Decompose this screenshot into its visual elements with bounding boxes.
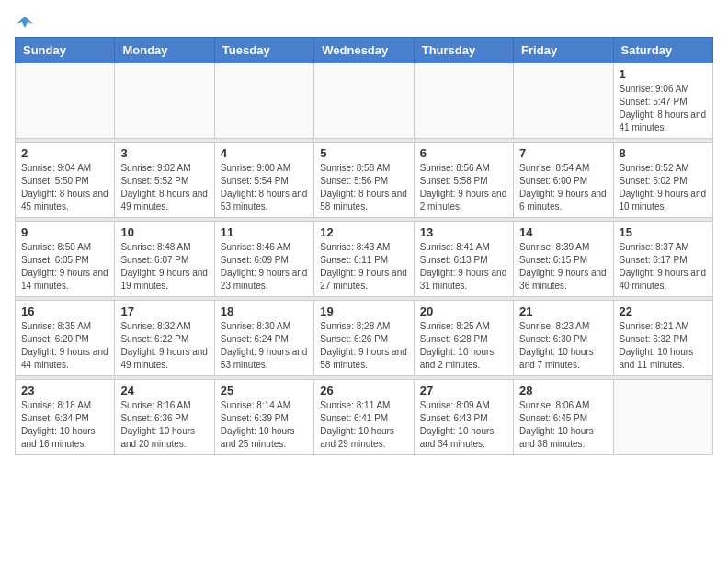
- calendar-day: 14Sunrise: 8:39 AM Sunset: 6:15 PM Dayli…: [514, 222, 613, 297]
- day-info: Sunrise: 8:50 AM Sunset: 6:05 PM Dayligh…: [21, 241, 108, 293]
- calendar-day: 17Sunrise: 8:32 AM Sunset: 6:22 PM Dayli…: [115, 301, 214, 376]
- calendar-table: SundayMondayTuesdayWednesdayThursdayFrid…: [15, 37, 713, 455]
- calendar-day: [314, 63, 414, 139]
- calendar-day: [613, 380, 712, 455]
- calendar-day: 25Sunrise: 8:14 AM Sunset: 6:39 PM Dayli…: [214, 380, 313, 455]
- calendar-day: 27Sunrise: 8:09 AM Sunset: 6:43 PM Dayli…: [414, 380, 513, 455]
- calendar-day: 4Sunrise: 9:00 AM Sunset: 5:54 PM Daylig…: [214, 143, 313, 218]
- day-number: 16: [21, 304, 108, 318]
- day-number: 21: [519, 304, 607, 318]
- calendar-day: 9Sunrise: 8:50 AM Sunset: 6:05 PM Daylig…: [16, 222, 115, 297]
- calendar-day: 1Sunrise: 9:06 AM Sunset: 5:47 PM Daylig…: [613, 63, 712, 139]
- day-info: Sunrise: 8:41 AM Sunset: 6:13 PM Dayligh…: [420, 241, 507, 293]
- calendar-day: 22Sunrise: 8:21 AM Sunset: 6:32 PM Dayli…: [613, 301, 712, 376]
- day-number: 22: [620, 304, 707, 318]
- day-number: 6: [420, 146, 507, 160]
- day-info: Sunrise: 9:02 AM Sunset: 5:52 PM Dayligh…: [120, 162, 208, 213]
- logo: [15, 15, 33, 28]
- day-info: Sunrise: 9:06 AM Sunset: 5:47 PM Dayligh…: [620, 83, 707, 134]
- day-info: Sunrise: 8:32 AM Sunset: 6:22 PM Dayligh…: [120, 320, 208, 372]
- calendar-day: 6Sunrise: 8:56 AM Sunset: 5:58 PM Daylig…: [414, 143, 513, 218]
- calendar-day: 21Sunrise: 8:23 AM Sunset: 6:30 PM Dayli…: [514, 301, 613, 376]
- day-number: 15: [620, 225, 707, 239]
- calendar-day: 26Sunrise: 8:11 AM Sunset: 6:41 PM Dayli…: [314, 380, 414, 455]
- day-number: 5: [320, 146, 407, 160]
- day-info: Sunrise: 8:25 AM Sunset: 6:28 PM Dayligh…: [420, 320, 507, 372]
- weekday-header-tuesday: Tuesday: [214, 38, 313, 63]
- day-info: Sunrise: 8:39 AM Sunset: 6:15 PM Dayligh…: [519, 241, 607, 293]
- weekday-header-wednesday: Wednesday: [314, 38, 414, 63]
- weekday-header-thursday: Thursday: [414, 38, 513, 63]
- day-number: 27: [420, 384, 507, 397]
- calendar-day: [414, 63, 513, 139]
- day-info: Sunrise: 8:35 AM Sunset: 6:20 PM Dayligh…: [21, 320, 108, 372]
- day-info: Sunrise: 8:52 AM Sunset: 6:02 PM Dayligh…: [620, 162, 707, 213]
- calendar-day: [115, 63, 214, 139]
- calendar-day: 7Sunrise: 8:54 AM Sunset: 6:00 PM Daylig…: [514, 143, 613, 218]
- day-info: Sunrise: 8:37 AM Sunset: 6:17 PM Dayligh…: [620, 241, 707, 293]
- day-number: 20: [420, 304, 507, 318]
- weekday-header-friday: Friday: [514, 38, 613, 63]
- calendar-day: 15Sunrise: 8:37 AM Sunset: 6:17 PM Dayli…: [613, 222, 712, 297]
- calendar-day: 8Sunrise: 8:52 AM Sunset: 6:02 PM Daylig…: [613, 143, 712, 218]
- day-info: Sunrise: 8:56 AM Sunset: 5:58 PM Dayligh…: [420, 162, 507, 213]
- day-number: 14: [519, 225, 607, 239]
- day-info: Sunrise: 8:23 AM Sunset: 6:30 PM Dayligh…: [519, 320, 607, 372]
- calendar-day: 2Sunrise: 9:04 AM Sunset: 5:50 PM Daylig…: [16, 143, 115, 218]
- weekday-header-saturday: Saturday: [613, 38, 712, 63]
- weekday-header-sunday: Sunday: [16, 38, 115, 63]
- calendar-day: 18Sunrise: 8:30 AM Sunset: 6:24 PM Dayli…: [214, 301, 313, 376]
- day-number: 24: [120, 384, 208, 397]
- day-number: 9: [21, 225, 108, 239]
- page-header: [15, 15, 713, 28]
- calendar-week-1: 1Sunrise: 9:06 AM Sunset: 5:47 PM Daylig…: [16, 63, 713, 139]
- weekday-header-monday: Monday: [115, 38, 214, 63]
- day-info: Sunrise: 8:06 AM Sunset: 6:45 PM Dayligh…: [519, 399, 607, 451]
- day-info: Sunrise: 8:18 AM Sunset: 6:34 PM Dayligh…: [21, 399, 108, 451]
- day-info: Sunrise: 8:48 AM Sunset: 6:07 PM Dayligh…: [120, 241, 208, 293]
- calendar-day: 28Sunrise: 8:06 AM Sunset: 6:45 PM Dayli…: [514, 380, 613, 455]
- calendar-day: 11Sunrise: 8:46 AM Sunset: 6:09 PM Dayli…: [214, 222, 313, 297]
- calendar-week-3: 9Sunrise: 8:50 AM Sunset: 6:05 PM Daylig…: [16, 222, 713, 297]
- day-number: 18: [221, 304, 308, 318]
- calendar-day: 3Sunrise: 9:02 AM Sunset: 5:52 PM Daylig…: [115, 143, 214, 218]
- day-number: 10: [120, 225, 208, 239]
- svg-marker-0: [17, 17, 33, 28]
- logo-bird-icon: [17, 15, 33, 31]
- calendar-day: 13Sunrise: 8:41 AM Sunset: 6:13 PM Dayli…: [414, 222, 513, 297]
- day-info: Sunrise: 8:16 AM Sunset: 6:36 PM Dayligh…: [120, 399, 208, 451]
- day-number: 12: [320, 225, 407, 239]
- day-info: Sunrise: 8:11 AM Sunset: 6:41 PM Dayligh…: [320, 399, 407, 451]
- day-number: 1: [620, 67, 707, 81]
- calendar-day: [214, 63, 313, 139]
- day-number: 19: [320, 304, 407, 318]
- day-info: Sunrise: 8:46 AM Sunset: 6:09 PM Dayligh…: [221, 241, 308, 293]
- calendar-header-row: SundayMondayTuesdayWednesdayThursdayFrid…: [16, 38, 713, 63]
- day-number: 25: [221, 384, 308, 397]
- day-number: 11: [221, 225, 308, 239]
- day-number: 28: [519, 384, 607, 397]
- day-info: Sunrise: 9:00 AM Sunset: 5:54 PM Dayligh…: [221, 162, 308, 213]
- calendar-week-4: 16Sunrise: 8:35 AM Sunset: 6:20 PM Dayli…: [16, 301, 713, 376]
- calendar-day: 20Sunrise: 8:25 AM Sunset: 6:28 PM Dayli…: [414, 301, 513, 376]
- day-number: 4: [221, 146, 308, 160]
- calendar-day: 19Sunrise: 8:28 AM Sunset: 6:26 PM Dayli…: [314, 301, 414, 376]
- day-number: 2: [21, 146, 108, 160]
- day-info: Sunrise: 8:28 AM Sunset: 6:26 PM Dayligh…: [320, 320, 407, 372]
- calendar-day: [514, 63, 613, 139]
- calendar-day: 5Sunrise: 8:58 AM Sunset: 5:56 PM Daylig…: [314, 143, 414, 218]
- day-info: Sunrise: 8:54 AM Sunset: 6:00 PM Dayligh…: [519, 162, 607, 213]
- calendar-day: 24Sunrise: 8:16 AM Sunset: 6:36 PM Dayli…: [115, 380, 214, 455]
- day-number: 7: [519, 146, 607, 160]
- day-number: 23: [21, 384, 108, 397]
- day-info: Sunrise: 8:43 AM Sunset: 6:11 PM Dayligh…: [320, 241, 407, 293]
- day-number: 13: [420, 225, 507, 239]
- calendar-day: [16, 63, 115, 139]
- day-info: Sunrise: 8:30 AM Sunset: 6:24 PM Dayligh…: [221, 320, 308, 372]
- calendar-week-5: 23Sunrise: 8:18 AM Sunset: 6:34 PM Dayli…: [16, 380, 713, 455]
- day-number: 3: [120, 146, 208, 160]
- calendar-day: 10Sunrise: 8:48 AM Sunset: 6:07 PM Dayli…: [115, 222, 214, 297]
- day-info: Sunrise: 8:21 AM Sunset: 6:32 PM Dayligh…: [620, 320, 707, 372]
- day-info: Sunrise: 8:58 AM Sunset: 5:56 PM Dayligh…: [320, 162, 407, 213]
- calendar-week-2: 2Sunrise: 9:04 AM Sunset: 5:50 PM Daylig…: [16, 143, 713, 218]
